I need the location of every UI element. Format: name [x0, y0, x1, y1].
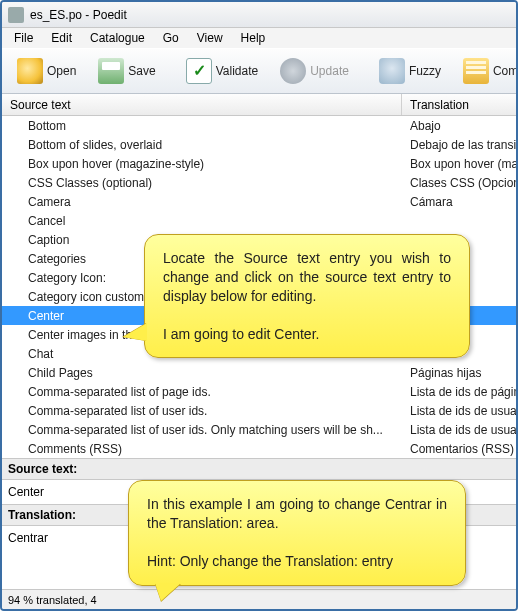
save-button[interactable]: Save — [89, 53, 164, 89]
column-headers: Source text Translation — [2, 94, 516, 116]
source-cell: Bottom of slides, overlaid — [2, 138, 402, 152]
translation-cell: Clases CSS (Opcional — [402, 176, 516, 190]
folder-open-icon — [17, 58, 43, 84]
menu-file[interactable]: File — [6, 29, 41, 47]
fuzzy-label: Fuzzy — [409, 64, 441, 78]
menu-view[interactable]: View — [189, 29, 231, 47]
menu-go[interactable]: Go — [155, 29, 187, 47]
source-panel-label: Source text: — [2, 458, 516, 480]
source-cell: Box upon hover (magazine-style) — [2, 157, 402, 171]
table-row[interactable]: Bottom of slides, overlaidDebajo de las … — [2, 135, 516, 154]
app-icon — [8, 7, 24, 23]
table-row[interactable]: Comma-separated list of user ids. Only m… — [2, 420, 516, 439]
menubar: File Edit Catalogue Go View Help — [2, 28, 516, 48]
statusbar: 94 % translated, 4 — [2, 589, 516, 609]
update-button[interactable]: Update — [271, 53, 358, 89]
save-icon — [98, 58, 124, 84]
translation-cell: Lista de ids de usuario s — [402, 404, 516, 418]
source-cell: Comma-separated list of user ids. Only m… — [2, 423, 402, 437]
help-callout-top: Locate the Source text entry you wish to… — [144, 234, 470, 358]
comment-label: Comment — [493, 64, 518, 78]
source-cell: Bottom — [2, 119, 402, 133]
table-row[interactable]: Child PagesPáginas hijas — [2, 363, 516, 382]
table-row[interactable]: BottomAbajo — [2, 116, 516, 135]
source-cell: Cancel — [2, 214, 402, 228]
translation-cell: Box upon hover (magaz — [402, 157, 516, 171]
callout-text: In this example I am going to change Cen… — [147, 495, 447, 571]
table-row[interactable]: Box upon hover (magazine-style)Box upon … — [2, 154, 516, 173]
translation-cell: Lista de ids de página se — [402, 385, 516, 399]
table-row[interactable]: CameraCámara — [2, 192, 516, 211]
translation-cell: Debajo de las transicion — [402, 138, 516, 152]
translation-cell: Cámara — [402, 195, 516, 209]
table-row[interactable]: Comma-separated list of user ids.Lista d… — [2, 401, 516, 420]
validate-button[interactable]: Validate — [177, 53, 267, 89]
titlebar: es_ES.po - Poedit — [2, 2, 516, 28]
source-cell: CSS Classes (optional) — [2, 176, 402, 190]
header-source[interactable]: Source text — [2, 94, 402, 115]
save-label: Save — [128, 64, 155, 78]
table-row[interactable]: Comma-separated list of page ids.Lista d… — [2, 382, 516, 401]
source-cell: Comma-separated list of user ids. — [2, 404, 402, 418]
translation-cell: Páginas hijas — [402, 366, 516, 380]
status-text: 94 % translated, 4 — [8, 594, 97, 606]
help-callout-bottom: In this example I am going to change Cen… — [128, 480, 466, 586]
validate-label: Validate — [216, 64, 258, 78]
source-cell: Camera — [2, 195, 402, 209]
source-cell: Child Pages — [2, 366, 402, 380]
check-icon — [186, 58, 212, 84]
translation-cell: Abajo — [402, 119, 516, 133]
menu-help[interactable]: Help — [233, 29, 274, 47]
toolbar: Open Save Validate Update Fuzzy Comment — [2, 48, 516, 94]
window-title: es_ES.po - Poedit — [30, 8, 127, 22]
table-row[interactable]: Comments (RSS)Comentarios (RSS) — [2, 439, 516, 458]
header-translation[interactable]: Translation — [402, 94, 516, 115]
comment-button[interactable]: Comment — [454, 53, 518, 89]
source-cell: Comments (RSS) — [2, 442, 402, 456]
open-label: Open — [47, 64, 76, 78]
globe-icon — [280, 58, 306, 84]
menu-edit[interactable]: Edit — [43, 29, 80, 47]
source-cell: Comma-separated list of page ids. — [2, 385, 402, 399]
table-row[interactable]: Cancel — [2, 211, 516, 230]
fuzzy-button[interactable]: Fuzzy — [370, 53, 450, 89]
translation-cell: Comentarios (RSS) — [402, 442, 516, 456]
table-row[interactable]: CSS Classes (optional)Clases CSS (Opcion… — [2, 173, 516, 192]
cloud-icon — [379, 58, 405, 84]
open-button[interactable]: Open — [8, 53, 85, 89]
note-icon — [463, 58, 489, 84]
update-label: Update — [310, 64, 349, 78]
translation-cell: Lista de ids de usuario s — [402, 423, 516, 437]
callout-text: Locate the Source text entry you wish to… — [163, 249, 451, 343]
menu-catalogue[interactable]: Catalogue — [82, 29, 153, 47]
